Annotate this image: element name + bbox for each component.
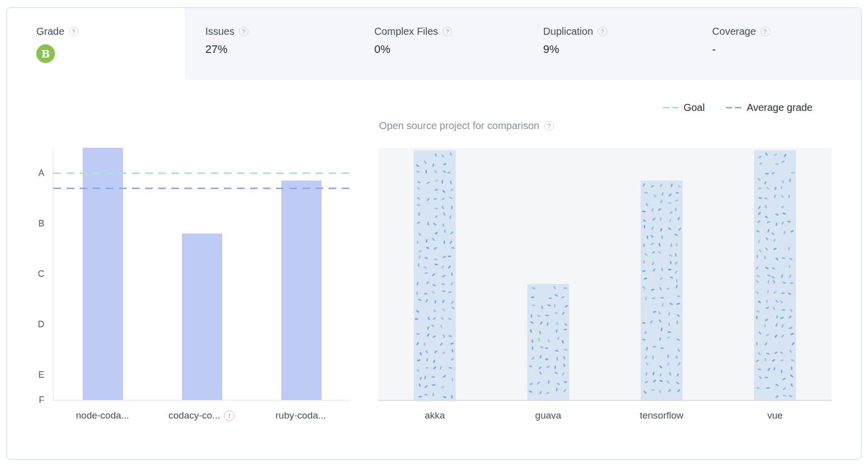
goal-dash-swatch [663, 107, 678, 108]
tab-complex-files-label: Complex Files [374, 26, 438, 37]
help-icon[interactable]: ? [544, 121, 554, 131]
own-project-bar-ruby-coda[interactable] [281, 181, 322, 400]
category-label-vue: vue [767, 410, 783, 421]
own-grade-plot [53, 148, 351, 400]
grade-axis-label-F: F [39, 395, 44, 405]
tab-grade[interactable]: Grade ? B [7, 8, 185, 80]
grade-axis-label-C: C [38, 269, 44, 279]
category-label-text: codacy-co... [168, 410, 220, 421]
comparison-bar-tensorflow[interactable] [641, 181, 683, 400]
category-label-text: node-coda... [76, 410, 130, 421]
help-icon[interactable]: ? [761, 27, 770, 36]
project-quality-card: Grade ? B Issues ? 27% Complex Files ? 0… [6, 7, 862, 460]
grade-badge-letter: B [41, 48, 50, 60]
comparison-chart-title-text: Open source project for comparison [379, 120, 539, 132]
grade-axis-label-B: B [38, 218, 44, 229]
tab-duplication-label: Duplication [543, 26, 593, 37]
legend-goal-label: Goal [684, 102, 705, 113]
legend-average-grade-label: Average grade [747, 102, 813, 113]
category-label-text: akka [424, 410, 445, 421]
own-project-bar-node-coda[interactable] [83, 148, 123, 400]
comparison-bar-vue[interactable] [754, 150, 796, 400]
comparison-bar-akka[interactable] [414, 150, 456, 400]
tab-issues-label: Issues [205, 26, 234, 37]
category-label-guava: guava [535, 410, 562, 421]
grade-axis-label-E: E [38, 370, 44, 380]
tab-issues-value: 27% [205, 43, 354, 56]
help-icon[interactable]: ? [69, 27, 79, 36]
tab-coverage-label: Coverage [712, 26, 756, 37]
chart-legend: Goal Average grade [663, 102, 813, 113]
chart-area: Goal Average grade Open source project f… [7, 80, 861, 459]
average-grade-dash-swatch [726, 107, 741, 108]
tab-grade-label: Grade [36, 26, 65, 37]
grade-badge: B [36, 44, 55, 63]
tab-duplication[interactable]: Duplication ? 9% [523, 8, 692, 80]
category-label-text: vue [767, 410, 783, 421]
category-label-codacy-co: codacy-co...! [168, 410, 234, 421]
category-label-akka: akka [424, 410, 445, 421]
category-label-text: tensorflow [640, 410, 684, 421]
grade-axis-label-A: A [38, 168, 44, 179]
average-grade-reference-line [53, 188, 351, 189]
comparison-plot [378, 148, 832, 401]
own-project-bar-codacy-co[interactable] [182, 233, 222, 400]
legend-item-average-grade[interactable]: Average grade [726, 102, 813, 113]
help-icon[interactable]: ? [598, 27, 607, 36]
comparison-chart-title: Open source project for comparison ? [379, 120, 554, 132]
tab-coverage[interactable]: Coverage ? - [692, 8, 861, 80]
comparison-bar-guava[interactable] [527, 284, 569, 400]
warning-icon[interactable]: ! [224, 410, 235, 421]
tab-complex-files-value: 0% [374, 43, 523, 56]
legend-item-goal[interactable]: Goal [663, 102, 705, 113]
tab-coverage-value: - [712, 43, 861, 56]
tab-duplication-value: 9% [543, 43, 692, 56]
help-icon[interactable]: ? [443, 27, 452, 36]
tab-complex-files[interactable]: Complex Files ? 0% [354, 8, 523, 80]
category-label-text: guava [535, 410, 562, 421]
category-label-tensorflow: tensorflow [640, 410, 684, 421]
metric-tabs: Grade ? B Issues ? 27% Complex Files ? 0… [7, 8, 861, 80]
goal-reference-line [53, 172, 351, 174]
grade-axis-label-D: D [38, 319, 44, 330]
category-label-ruby-coda: ruby-coda... [275, 410, 326, 421]
help-icon[interactable]: ? [239, 27, 249, 36]
category-label-text: ruby-coda... [275, 410, 326, 421]
grade-axis: ABCDEF [27, 148, 44, 400]
tab-issues[interactable]: Issues ? 27% [185, 8, 354, 80]
category-label-node-coda: node-coda... [76, 410, 130, 421]
